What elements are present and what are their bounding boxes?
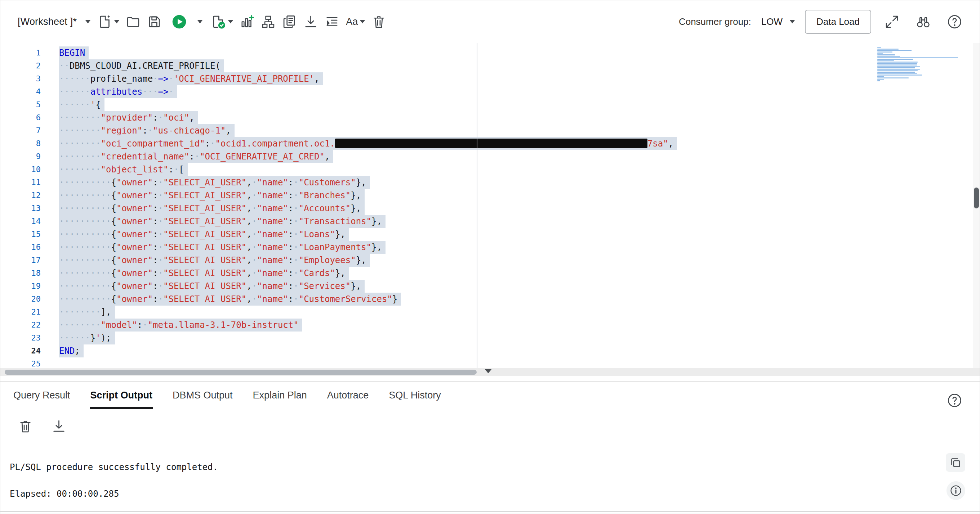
clear-output-button[interactable]	[15, 414, 36, 438]
vertical-scrollbar[interactable]	[973, 43, 980, 368]
line-number: 21	[0, 306, 41, 319]
selection-highlight: ··········{"owner":·"SELECT_AI_USER",·"n…	[59, 267, 349, 280]
code-line[interactable]: 1BEGIN	[0, 46, 980, 59]
code-line[interactable]: 6········"provider":·"oci",	[0, 111, 980, 124]
line-number: 25	[0, 357, 41, 368]
explain-plan-button[interactable]	[258, 10, 279, 34]
code-editor[interactable]: 1BEGIN2··DBMS_CLOUD_AI.CREATE_PROFILE(3·…	[0, 43, 980, 368]
code-line[interactable]: 20··········{"owner":·"SELECT_AI_USER",·…	[0, 293, 980, 306]
help-button[interactable]	[944, 10, 965, 34]
code-line[interactable]: 4······attributes···=>·	[0, 85, 980, 98]
worksheet-title: [Worksheet ]*	[18, 16, 77, 27]
code-token: "SELECT_AI_USER"	[163, 268, 247, 278]
font-size-label: Aa	[346, 16, 358, 27]
code-line[interactable]: 15··········{"owner":·"SELECT_AI_USER",·…	[0, 228, 980, 241]
code-line[interactable]: 24END;	[0, 344, 980, 357]
clear-worksheet-button[interactable]	[368, 10, 390, 34]
output-info-button[interactable]	[947, 481, 965, 500]
data-load-button[interactable]: Data Load	[805, 10, 871, 34]
open-file-button[interactable]	[123, 10, 144, 34]
font-size-button[interactable]: Aa	[343, 10, 368, 34]
minimap-line	[877, 66, 920, 67]
code-line[interactable]: 7········"region":·"us-chicago-1",	[0, 124, 980, 137]
horizontal-scrollbar[interactable]	[0, 368, 980, 376]
tab-explain-plan[interactable]: Explain Plan	[253, 382, 307, 409]
code-line[interactable]: 3······profile_name·=>·'OCI_GENERATIVE_A…	[0, 72, 980, 85]
run-statement-button[interactable]	[169, 10, 190, 34]
tab-dbms-output[interactable]: DBMS Output	[173, 382, 233, 409]
autotrace-button[interactable]	[279, 10, 300, 34]
download-button[interactable]	[300, 10, 321, 34]
code-token: 'OCI_GENERATIVE_AI_PROFILE'	[173, 74, 314, 84]
code-token: ··········	[59, 294, 111, 304]
selection-highlight: ··········{"owner":·"SELECT_AI_USER",·"n…	[59, 176, 370, 189]
code-line[interactable]: 11··········{"owner":·"SELECT_AI_USER",·…	[0, 176, 980, 189]
run-statement-menu-button[interactable]	[190, 10, 208, 34]
code-token: "SELECT_AI_USER"	[163, 255, 247, 265]
code-token: ·	[158, 113, 163, 123]
code-token: :	[153, 255, 158, 265]
tab-script-output[interactable]: Script Output	[91, 382, 153, 409]
code-line[interactable]: 23······}');	[0, 332, 980, 344]
code-token: "SELECT_AI_USER"	[163, 229, 247, 240]
code-token: 7sa"	[648, 139, 668, 149]
minimap-line	[877, 59, 913, 60]
code-token: ,	[668, 139, 673, 149]
code-token: ··········	[59, 216, 111, 227]
code-token: ,	[247, 190, 251, 200]
splitter-collapse-icon[interactable]	[485, 369, 492, 373]
selection-highlight: ······}');	[59, 332, 115, 344]
code-line[interactable]: 25	[0, 357, 980, 368]
code-token: {	[111, 255, 116, 265]
code-line[interactable]: 18··········{"owner":·"SELECT_AI_USER",·…	[0, 267, 980, 280]
results-help-button[interactable]	[944, 388, 965, 412]
worksheet-selector[interactable]: [Worksheet ]*	[18, 16, 91, 27]
tab-query-result[interactable]: Query Result	[13, 382, 70, 409]
toolbar-left-group: [Worksheet ]*	[18, 10, 390, 34]
code-line[interactable]: 5······'{	[0, 98, 980, 111]
code-token: ·	[252, 294, 257, 304]
code-token: ,	[226, 125, 231, 136]
code-line[interactable]: 12··········{"owner":·"SELECT_AI_USER",·…	[0, 189, 980, 202]
create-chart-button[interactable]	[236, 10, 258, 34]
minimap[interactable]	[877, 47, 966, 82]
tab-autotrace[interactable]: Autotrace	[327, 382, 369, 409]
code-token: ·	[252, 203, 257, 213]
code-token: ,	[325, 152, 330, 162]
minimap-line	[877, 78, 908, 78]
code-line[interactable]: 19··········{"owner":·"SELECT_AI_USER",·…	[0, 280, 980, 293]
horizontal-scrollbar-thumb[interactable]	[5, 370, 477, 375]
code-line[interactable]: 22········"model":·"meta.llama-3.1-70b-i…	[0, 319, 980, 332]
code-line[interactable]: 16··········{"owner":·"SELECT_AI_USER",·…	[0, 241, 980, 254]
chevron-down-icon	[197, 20, 202, 24]
code-token: ·	[293, 294, 298, 304]
consumer-group-select[interactable]: LOW	[761, 16, 795, 27]
code-token: ·	[293, 178, 298, 187]
code-line[interactable]: 10········"object_list":·[	[0, 163, 980, 176]
format-button[interactable]	[321, 10, 343, 34]
code-line[interactable]: 9········"credential_name":·"OCI_GENERAT…	[0, 150, 980, 163]
code-token: "model"	[101, 320, 137, 330]
code-line[interactable]: 8········"oci_compartment_id":·"ocid1.co…	[0, 137, 980, 150]
code-token: "owner"	[116, 229, 153, 240]
code-line[interactable]: 2··DBMS_CLOUD_AI.CREATE_PROFILE(	[0, 59, 980, 72]
find-button[interactable]	[913, 10, 934, 34]
selection-highlight: ··········{"owner":·"SELECT_AI_USER",·"n…	[59, 280, 364, 293]
selection-highlight: ··········{"owner":·"SELECT_AI_USER",·"n…	[59, 215, 385, 228]
vertical-scrollbar-thumb[interactable]	[974, 187, 979, 208]
download-output-button[interactable]	[48, 414, 70, 438]
new-worksheet-button[interactable]	[94, 10, 123, 34]
code-token: ,	[247, 178, 251, 187]
code-token: ········	[59, 307, 101, 317]
run-script-button[interactable]	[208, 10, 236, 34]
code-token: }	[392, 294, 398, 304]
copy-output-button[interactable]	[946, 453, 965, 472]
code-line[interactable]: 14··········{"owner":·"SELECT_AI_USER",·…	[0, 215, 980, 228]
code-line[interactable]: 17··········{"owner":·"SELECT_AI_USER",·…	[0, 254, 980, 267]
code-line[interactable]: 21········],	[0, 306, 980, 319]
code-token: :	[288, 190, 293, 200]
code-line[interactable]: 13··········{"owner":·"SELECT_AI_USER",·…	[0, 202, 980, 215]
save-button[interactable]	[144, 10, 165, 34]
tab-sql-history[interactable]: SQL History	[389, 382, 441, 409]
expand-button[interactable]	[881, 10, 902, 34]
